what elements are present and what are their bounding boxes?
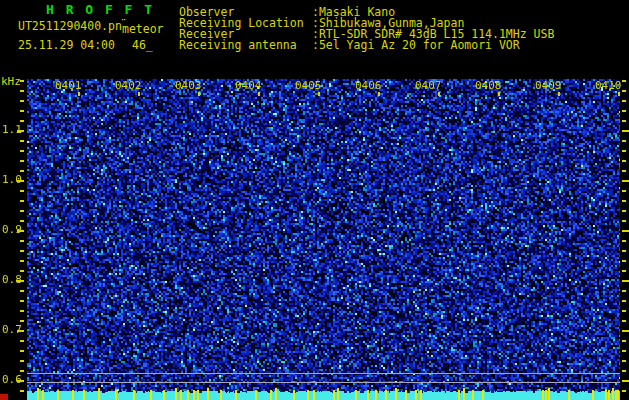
- x-tick: [618, 92, 620, 96]
- y-axis-tick: [20, 360, 24, 362]
- y-axis-tick: [20, 370, 24, 372]
- y-axis-tick: [622, 150, 626, 152]
- y-axis-tick: [622, 80, 626, 82]
- y-tick-label: 0.6: [2, 374, 22, 385]
- x-tick-label: 0404: [235, 81, 262, 91]
- meteor-overlay-label: meteor: [122, 24, 164, 35]
- x-tick: [378, 92, 380, 96]
- y-axis-tick: [20, 250, 24, 252]
- y-axis-tick: [20, 290, 24, 292]
- y-axis-tick: [622, 240, 626, 242]
- y-axis-tick: [622, 120, 626, 122]
- y-axis-tick: [20, 190, 24, 192]
- file-name-label: UT2511290400.pn: [18, 21, 122, 32]
- y-axis-tick: [622, 380, 629, 382]
- y-axis-tick: [622, 130, 629, 132]
- info-value-receiving-antenna: :5el Yagi Az 20 for Aomori VOR: [312, 40, 520, 51]
- x-tick-label: 0407: [415, 81, 442, 91]
- reference-line: [27, 373, 620, 374]
- datetime-label: 25.11.29 04:00: [18, 40, 115, 51]
- y-axis-tick: [622, 140, 626, 142]
- x-tick-label: 0401: [55, 81, 82, 91]
- y-axis-tick: [20, 240, 24, 242]
- x-tick: [558, 92, 560, 96]
- x-tick-label: 0406: [355, 81, 382, 91]
- y-axis-tick: [622, 210, 626, 212]
- y-axis-tick: [622, 260, 626, 262]
- x-tick: [258, 92, 260, 96]
- y-axis-tick: [622, 190, 626, 192]
- y-axis-tick: [20, 310, 24, 312]
- y-axis-tick: [20, 110, 24, 112]
- y-axis-tick: [20, 270, 24, 272]
- y-axis-tick: [622, 370, 626, 372]
- y-axis-tick: [622, 220, 626, 222]
- info-label-receiving-antenna: Receiving antenna: [179, 40, 297, 51]
- x-tick-label: 0410: [595, 81, 622, 91]
- counter-label: 46_: [132, 40, 153, 51]
- y-axis-tick: [622, 360, 626, 362]
- y-axis-tick: [622, 200, 626, 202]
- y-axis-tick: [20, 80, 24, 82]
- y-axis-tick: [20, 160, 24, 162]
- hrofft-window: H R O F F T UT2511290400.pn ¨ meteor 25.…: [0, 0, 629, 400]
- y-axis-tick: [622, 300, 626, 302]
- y-tick-label: 0.8: [2, 274, 22, 285]
- y-tick-label: 1.1: [2, 124, 22, 135]
- y-axis-tick: [20, 390, 24, 392]
- y-axis-tick: [622, 350, 626, 352]
- y-axis-tick: [20, 300, 24, 302]
- y-axis-tick: [622, 230, 629, 232]
- y-axis-tick: [622, 170, 626, 172]
- y-axis-tick: [622, 390, 626, 392]
- y-axis-tick: [622, 180, 629, 182]
- y-axis-tick: [20, 200, 24, 202]
- y-axis-tick: [20, 260, 24, 262]
- y-axis-tick: [622, 100, 626, 102]
- y-axis-tick: [20, 210, 24, 212]
- y-axis-tick: [622, 290, 626, 292]
- y-axis-tick: [20, 100, 24, 102]
- y-axis-tick: [622, 330, 629, 332]
- y-axis-tick: [622, 280, 629, 282]
- y-axis-tick: [20, 140, 24, 142]
- spectrogram-noise-canvas: [27, 79, 620, 400]
- y-axis-tick: [20, 170, 24, 172]
- y-axis-tick: [622, 250, 626, 252]
- app-title: H R O F F T: [46, 3, 154, 16]
- x-tick: [498, 92, 500, 96]
- y-axis-tick: [622, 270, 626, 272]
- y-axis-tick: [20, 150, 24, 152]
- y-axis-tick: [622, 160, 626, 162]
- x-tick-label: 0402: [115, 81, 142, 91]
- spectrogram-plot: 0401040204030404040504060407040804090410: [27, 79, 620, 400]
- y-tick-label: 0.7: [2, 324, 22, 335]
- y-tick-label: 1.0: [2, 174, 22, 185]
- y-axis-unit-label: kHz: [1, 76, 21, 87]
- reference-line: [27, 382, 620, 383]
- x-tick-label: 0403: [175, 81, 202, 91]
- x-tick: [78, 92, 80, 96]
- x-tick: [438, 92, 440, 96]
- x-tick: [318, 92, 320, 96]
- x-tick-label: 0405: [295, 81, 322, 91]
- y-tick-label: 0.9: [2, 224, 22, 235]
- y-axis-tick: [20, 90, 24, 92]
- y-axis-tick: [622, 310, 626, 312]
- y-axis-tick: [20, 320, 24, 322]
- y-axis-tick: [622, 90, 626, 92]
- y-axis-tick: [20, 220, 24, 222]
- y-axis-tick: [20, 340, 24, 342]
- y-axis-tick: [622, 110, 626, 112]
- x-tick: [198, 92, 200, 96]
- y-axis-tick: [622, 340, 626, 342]
- underflow-marker: [0, 394, 8, 400]
- x-tick-label: 0409: [535, 81, 562, 91]
- y-axis-tick: [622, 320, 626, 322]
- x-tick: [138, 92, 140, 96]
- y-axis-tick: [20, 350, 24, 352]
- y-axis-tick: [20, 120, 24, 122]
- x-tick-label: 0408: [475, 81, 502, 91]
